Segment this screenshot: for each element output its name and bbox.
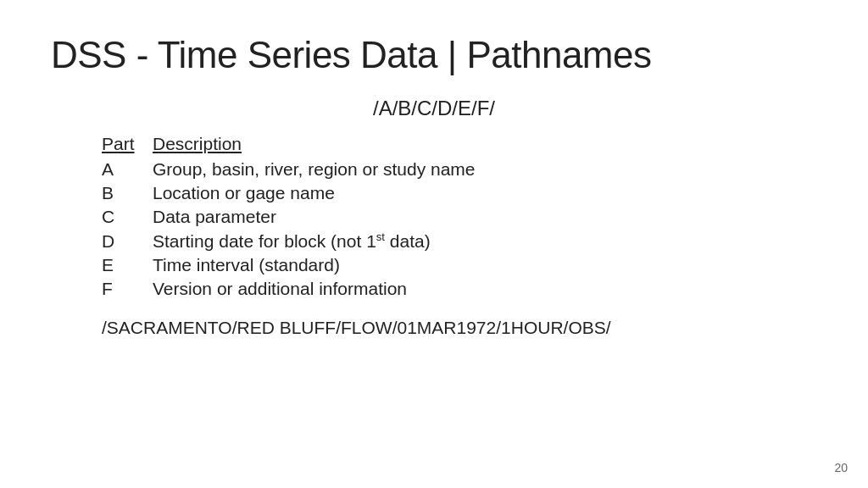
table-header: Part Description <box>102 134 817 154</box>
desc-a: Group, basin, river, region or study nam… <box>153 159 817 180</box>
example-path: /SACRAMENTO/RED BLUFF/FLOW/01MAR1972/1HO… <box>102 318 817 338</box>
page-number: 20 <box>834 461 848 474</box>
table-row: B Location or gage name <box>102 183 817 203</box>
part-a: A <box>102 159 153 180</box>
header-part: Part <box>102 134 153 154</box>
part-c: C <box>102 207 153 227</box>
header-description: Description <box>153 134 817 154</box>
desc-e: Time interval (standard) <box>153 255 817 275</box>
parts-table: Part Description A Group, basin, river, … <box>102 134 817 299</box>
part-b: B <box>102 183 153 203</box>
slide-title: DSS - Time Series Data | Pathnames <box>51 34 817 76</box>
desc-f: Version or additional information <box>153 279 817 299</box>
pathname-formula: /A/B/C/D/E/F/ <box>51 97 817 120</box>
desc-b: Location or gage name <box>153 183 817 203</box>
table-row: C Data parameter <box>102 207 817 227</box>
part-f: F <box>102 279 153 299</box>
table-row: D Starting date for block (not 1st data) <box>102 230 817 252</box>
desc-d: Starting date for block (not 1st data) <box>153 230 817 252</box>
table-row: A Group, basin, river, region or study n… <box>102 159 817 180</box>
table-row: F Version or additional information <box>102 279 817 299</box>
part-d: D <box>102 231 153 252</box>
part-e: E <box>102 255 153 275</box>
slide: DSS - Time Series Data | Pathnames /A/B/… <box>0 0 868 488</box>
desc-c: Data parameter <box>153 207 817 227</box>
table-row: E Time interval (standard) <box>102 255 817 275</box>
